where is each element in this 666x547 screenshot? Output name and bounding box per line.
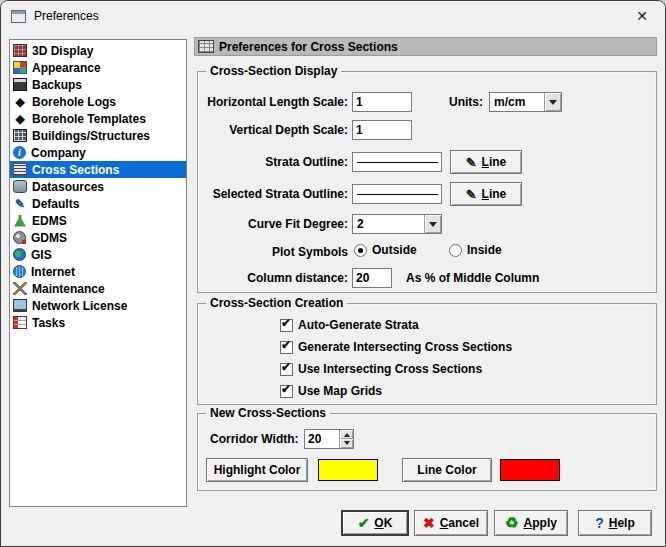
highlight-color-button[interactable]: Highlight Color — [206, 458, 308, 482]
cancel-button[interactable]: ✖ Cancel — [414, 510, 488, 536]
highlight-color-button-label: Highlight Color — [214, 463, 301, 477]
sidebar-item-label: Defaults — [32, 197, 79, 211]
sidebar-item-3d-display[interactable]: 3D Display — [10, 42, 186, 59]
strata-outline-label: Strata Outline: — [200, 155, 348, 169]
sidebar-item-label: Network License — [32, 299, 127, 313]
checkbox-box: ✔ — [280, 385, 293, 398]
vertical-depth-scale-label: Vertical Depth Scale: — [200, 123, 348, 137]
line-color-button[interactable]: Line Color — [402, 458, 492, 482]
checkbox-box: ✔ — [280, 319, 293, 332]
dropdown-arrow-button[interactable] — [424, 215, 441, 233]
check-icon: ✔ — [281, 338, 291, 352]
sidebar-item-label: 3D Display — [32, 44, 93, 58]
preferences-dialog: Preferences ✕ 3D Display Appearance Back… — [0, 0, 666, 547]
checkbox-generate-intersecting[interactable]: ✔ Generate Intersecting Cross Sections — [280, 340, 512, 354]
sidebar-item-label: Internet — [31, 265, 75, 279]
tasks-icon — [13, 316, 27, 329]
company-info-icon: i — [13, 146, 26, 159]
selected-strata-line-button[interactable]: ✎ Line — [450, 182, 522, 206]
sidebar-item-internet[interactable]: Internet — [10, 263, 186, 280]
internet-globe-icon — [13, 265, 26, 278]
sidebar-item-buildings-structures[interactable]: Buildings/Structures — [10, 127, 186, 144]
spinner-up-button[interactable] — [339, 430, 353, 439]
group-title: Cross-Section Display — [206, 64, 341, 78]
check-icon: ✔ — [281, 316, 291, 330]
panel-title: Preferences for Cross Sections — [219, 40, 398, 54]
x-icon: ✖ — [423, 515, 435, 531]
group-title: New Cross-Sections — [206, 406, 330, 420]
sidebar-item-label: Borehole Templates — [32, 112, 146, 126]
column-distance-suffix: As % of Middle Column — [406, 271, 539, 285]
checkbox-box: ✔ — [280, 363, 293, 376]
units-dropdown[interactable]: m/cm — [489, 92, 562, 112]
chevron-up-icon — [344, 430, 350, 437]
checkbox-label: Auto-Generate Strata — [298, 318, 419, 332]
help-button[interactable]: ? Help — [578, 510, 652, 536]
sidebar-item-borehole-logs[interactable]: ◆Borehole Logs — [10, 93, 186, 110]
cross-sections-icon — [13, 163, 27, 176]
group-new-cross-sections: New Cross-Sections Corridor Width: Highl… — [197, 413, 657, 491]
line-button-label: Line — [482, 187, 507, 201]
sidebar-item-appearance[interactable]: Appearance — [10, 59, 186, 76]
group-title: Cross-Section Creation — [206, 296, 347, 310]
sidebar-item-borehole-templates[interactable]: ◆Borehole Templates — [10, 110, 186, 127]
column-distance-input[interactable] — [352, 268, 392, 288]
dropdown-arrow-button[interactable] — [544, 93, 561, 111]
sidebar-item-company[interactable]: iCompany — [10, 144, 186, 161]
sidebar-item-label: EDMS — [32, 214, 67, 228]
cross-section-header-icon — [198, 40, 214, 53]
sidebar-item-network-license[interactable]: Network License — [10, 297, 186, 314]
spinner-down-button[interactable] — [339, 439, 353, 448]
strata-line-button[interactable]: ✎ Line — [450, 150, 522, 174]
checkbox-use-map-grids[interactable]: ✔ Use Map Grids — [280, 384, 382, 398]
horizontal-length-scale-input[interactable] — [352, 92, 412, 112]
apply-button[interactable]: ♻ Apply — [494, 510, 568, 536]
3d-display-icon — [13, 44, 27, 57]
sidebar-item-cross-sections[interactable]: Cross Sections — [10, 161, 186, 178]
title-bar: Preferences ✕ — [1, 1, 665, 31]
sidebar-item-backups[interactable]: Backups — [10, 76, 186, 93]
radio-outside[interactable]: Outside — [354, 243, 417, 257]
sidebar-item-label: GDMS — [31, 231, 67, 245]
pencil-icon: ✎ — [466, 187, 477, 202]
check-icon: ✔ — [281, 360, 291, 374]
group-cross-section-creation: Cross-Section Creation ✔ Auto-Generate S… — [197, 303, 657, 405]
sidebar-item-label: Buildings/Structures — [32, 129, 150, 143]
sidebar-item-gis[interactable]: GIS — [10, 246, 186, 263]
chevron-down-icon — [549, 100, 557, 109]
ok-button[interactable]: ✔ OK — [341, 510, 409, 536]
sidebar-item-tasks[interactable]: Tasks — [10, 314, 186, 331]
sidebar-item-maintenance[interactable]: Maintenance — [10, 280, 186, 297]
sidebar-item-label: Cross Sections — [32, 163, 119, 177]
units-label: Units: — [449, 95, 483, 109]
sidebar-item-label: GIS — [31, 248, 52, 262]
checkbox-label: Use Intersecting Cross Sections — [298, 362, 482, 376]
curve-fit-degree-label: Curve Fit Degree: — [200, 217, 348, 231]
radio-label: Inside — [467, 243, 502, 257]
sidebar-item-label: Tasks — [32, 316, 65, 330]
close-button[interactable]: ✕ — [619, 1, 665, 31]
sidebar-item-label: Borehole Logs — [32, 95, 116, 109]
sidebar-item-gdms[interactable]: GDMS — [10, 229, 186, 246]
gis-globe-icon — [13, 248, 26, 261]
refresh-icon: ♻ — [505, 514, 518, 532]
question-mark-icon: ? — [595, 515, 604, 531]
sidebar-item-defaults[interactable]: ✎Defaults — [10, 195, 186, 212]
app-window-icon — [11, 10, 26, 23]
pencil-icon: ✎ — [466, 155, 477, 170]
corridor-width-label: Corridor Width: — [210, 432, 299, 446]
sidebar-item-label: Datasources — [32, 180, 104, 194]
network-license-icon — [13, 299, 27, 312]
sidebar-item-edms[interactable]: EDMS — [10, 212, 186, 229]
corridor-width-stepper[interactable] — [304, 429, 354, 449]
vertical-depth-scale-input[interactable] — [352, 120, 412, 140]
spinner-buttons — [339, 430, 353, 448]
checkbox-auto-generate-strata[interactable]: ✔ Auto-Generate Strata — [280, 318, 419, 332]
radio-label: Outside — [372, 243, 417, 257]
curve-fit-degree-dropdown[interactable]: 2 — [352, 214, 442, 234]
line-button-label: Line — [482, 155, 507, 169]
radio-button — [449, 244, 462, 257]
checkbox-use-intersecting[interactable]: ✔ Use Intersecting Cross Sections — [280, 362, 482, 376]
radio-inside[interactable]: Inside — [449, 243, 502, 257]
sidebar-item-datasources[interactable]: Datasources — [10, 178, 186, 195]
